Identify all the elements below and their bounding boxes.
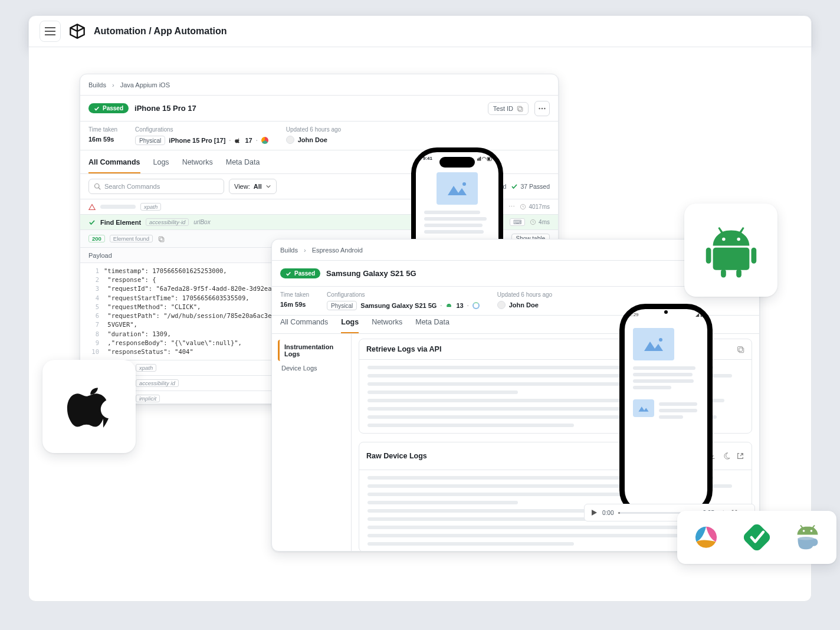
breadcrumb-builds[interactable]: Builds [280,247,298,254]
hamburger-icon [45,27,55,35]
check-icon [511,183,518,190]
svg-point-41 [811,530,813,532]
appium-icon [693,524,719,550]
android-phone-preview: 2:29 ◢ ▮ [619,304,713,516]
svg-marker-28 [644,342,663,351]
svg-point-5 [95,184,100,189]
tab-networks[interactable]: Networks [372,318,402,333]
updated-value: John Doe [497,301,552,309]
ios-meta-row: Time taken 16m 59s Configurations Physic… [80,122,558,150]
updated-label: Updated 6 hours ago [497,291,552,298]
phone-time: 9:41 [423,156,432,161]
tab-meta-data[interactable]: Meta Data [415,318,449,333]
search-icon [94,183,101,190]
search-commands-input[interactable]: Search Commands [88,179,224,194]
svg-rect-11 [160,238,164,242]
chevron-down-icon [265,183,271,189]
product-logo-icon [69,23,86,40]
copy-icon [516,105,523,112]
menu-button[interactable] [40,21,61,42]
device-spec: Samsung Galaxy S21 5G [360,302,437,309]
placeholder [100,205,136,209]
dots-icon [538,104,546,113]
locator-chip: accessibility-id [146,218,189,226]
tab-logs[interactable]: Logs [153,158,169,173]
tab-meta-data[interactable]: Meta Data [226,158,260,173]
breadcrumb-project[interactable]: Java Appium iOS [120,81,170,88]
sidebar-instrumentation-logs[interactable]: Instrumentation Logs [278,340,345,361]
breadcrumb-project[interactable]: Espresso Android [312,247,363,254]
page-title: Automation / App Automation [94,26,227,37]
tab-all-commands[interactable]: All Commands [280,318,328,333]
svg-point-21 [448,305,448,306]
user-name: John Doe [509,301,539,309]
moon-icon[interactable] [722,452,730,460]
browser-icon [261,137,268,144]
device-title: iPhone 15 Pro 17 [134,104,196,113]
user-name: John Doe [298,136,327,143]
logs-sidebar: Instrumentation Logs Device Logs [272,334,352,551]
svg-point-3 [542,107,543,109]
svg-rect-35 [706,247,711,263]
android-badge-card [684,204,777,297]
apple-badge-card [42,360,136,453]
svg-point-32 [722,237,726,241]
configurations-value: Physical iPhone 15 Pro [17] · 17 · [135,136,268,145]
svg-rect-15 [479,158,480,160]
android-mini-icon [445,302,452,309]
svg-point-2 [539,107,540,109]
svg-rect-24 [739,348,744,353]
test-id-label: Test ID [493,105,513,112]
svg-rect-36 [751,247,756,263]
device-spec: iPhone 15 Pro [17] [169,137,225,144]
more-icon[interactable]: ⋯ [508,203,515,211]
copy-icon[interactable] [736,345,744,353]
image-icon [642,336,665,353]
copy-icon[interactable] [158,235,165,242]
breadcrumb-builds[interactable]: Builds [88,81,106,88]
svg-point-20 [462,182,466,186]
svg-rect-10 [159,237,163,241]
view-dropdown[interactable]: View: All [229,179,277,194]
svg-rect-1 [519,107,523,111]
svg-rect-0 [517,106,521,110]
ios-title-bar: Passed iPhone 15 Pro 17 Test ID [80,96,558,122]
tab-networks[interactable]: Networks [182,158,213,173]
time-taken-label: Time taken [88,126,117,133]
app-header: Automation / App Automation [28,15,812,47]
svg-marker-19 [448,186,467,195]
status-badge: Passed [280,268,320,278]
tab-logs[interactable]: Logs [341,318,359,333]
image-icon [445,180,469,198]
os-version: 17 [245,137,252,144]
external-link-icon[interactable] [736,452,744,460]
espresso-icon [795,524,821,550]
row-duration: 4017ms [520,204,550,210]
svg-point-33 [737,237,740,241]
view-value: All [254,183,262,190]
check-icon [286,271,291,277]
svg-point-29 [659,338,662,342]
svg-rect-38 [736,269,741,277]
frameworks-card [677,511,836,564]
keyboard-icon: ⌨ [510,218,525,226]
tab-all-commands[interactable]: All Commands [88,158,140,173]
phone-camera [664,310,668,314]
card-title: Retrieve Logs via API [366,345,441,353]
sidebar-device-logs[interactable]: Device Logs [278,361,345,375]
check-icon [94,106,100,111]
os-version: 13 [456,302,463,309]
warning-icon [88,204,96,211]
svg-rect-23 [738,347,743,352]
test-id-button[interactable]: Test ID [488,102,529,115]
command-label: Find Element [100,219,141,226]
phone-notch [439,157,475,168]
more-menu-button[interactable] [534,101,550,116]
svg-point-4 [544,107,545,109]
svg-rect-34 [713,247,749,270]
configurations-label: Configurations [135,126,268,133]
row-duration: 4ms [530,219,550,225]
phone-time: 2:29 [629,312,639,317]
updated-label: Updated 6 hours ago [286,126,341,133]
play-icon[interactable] [590,509,598,516]
